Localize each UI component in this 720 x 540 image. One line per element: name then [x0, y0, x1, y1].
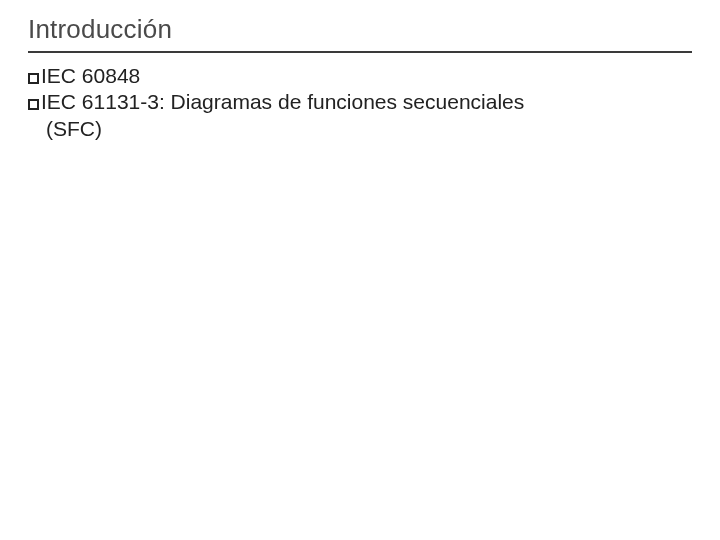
slide-title: Introducción — [28, 14, 692, 49]
square-bullet-icon — [28, 73, 39, 84]
square-bullet-icon — [28, 99, 39, 110]
bullet-continuation: (SFC) — [28, 116, 692, 142]
slide: Introducción IEC 60848 IEC 61131-3: Diag… — [0, 0, 720, 540]
title-underline — [28, 51, 692, 53]
slide-content: IEC 60848 IEC 61131-3: Diagramas de func… — [28, 63, 692, 142]
bullet-text: IEC 61131-3: Diagramas de funciones secu… — [41, 90, 524, 113]
list-item: IEC 61131-3: Diagramas de funciones secu… — [28, 89, 692, 142]
bullet-text: IEC 60848 — [41, 64, 140, 87]
list-item: IEC 60848 — [28, 63, 692, 89]
